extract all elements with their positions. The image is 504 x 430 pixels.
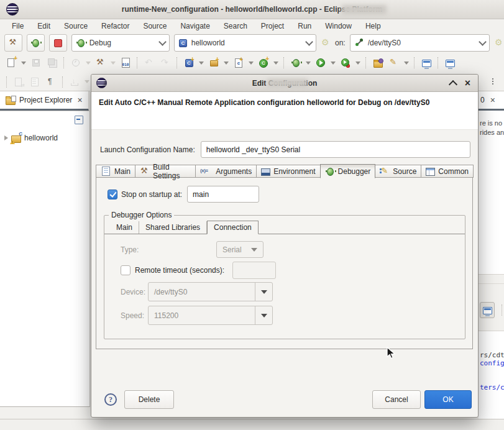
stop-on-startup-input[interactable] [187,186,259,203]
watch-button [68,55,84,70]
stop-on-startup-checkbox[interactable] [108,190,117,199]
menu-file[interactable]: File [5,21,30,32]
dropdown-arrow-icon[interactable] [404,62,409,65]
show-whitespace-button[interactable] [43,75,59,89]
cancel-button[interactable]: Cancel [372,390,421,409]
dropdown-arrow-icon[interactable] [21,62,26,65]
toolbar-separator [176,57,178,68]
collapse-all-icon[interactable] [75,116,83,124]
bug-icon [325,167,335,176]
build-button[interactable] [4,34,22,52]
mark-occurrences-button[interactable] [386,55,402,70]
tab-arguments[interactable]: Arguments [195,165,257,178]
open-element-icon [373,61,383,68]
debugger-tab-content: Stop on startup at: Debugger Options Mai… [96,177,473,349]
stop-button[interactable] [49,34,67,52]
launch-config-value: helloworld [191,39,303,47]
tab-debugger-main[interactable]: Main [110,221,139,234]
tree-item-helloworld[interactable]: helloworld [4,132,89,144]
menu-navigate[interactable]: Navigate [173,21,216,32]
tab-source[interactable]: Source [375,165,421,178]
redacted-title-area [342,5,387,14]
console-toolbar-button[interactable] [480,302,495,318]
device-dropdown-button[interactable] [255,283,272,301]
menu-project[interactable]: Project [254,21,291,32]
config-tab-bar: Main Build Settings Arguments Environmen… [96,164,473,178]
menu-window[interactable]: Window [318,21,359,32]
menu-search[interactable]: Search [217,21,254,32]
minimize-icon[interactable] [449,80,457,88]
remote-timeout-label: Remote timeout (seconds): [135,266,224,275]
close-icon[interactable]: × [465,80,470,86]
tab-main[interactable]: Main [96,165,135,178]
console-button[interactable] [418,55,434,70]
new-cpp-wizard-button[interactable] [206,55,222,70]
device-label: Device: [121,288,148,296]
dropdown-arrow-icon[interactable] [273,62,278,65]
launch-config-name-input[interactable] [201,141,470,158]
tab-project-explorer[interactable]: Project Explorer × [0,91,89,111]
on-label: on: [335,39,346,47]
ok-button[interactable]: OK [424,390,472,409]
overflow-button[interactable] [485,75,502,89]
help-icon[interactable] [104,393,117,406]
dropdown-arrow-icon[interactable] [306,62,311,65]
new-class-button[interactable] [255,55,272,70]
hammer-button[interactable] [93,55,109,70]
project-explorer-view: Project Explorer × helloworld [0,91,90,407]
menu-edit[interactable]: Edit [30,21,57,32]
profile-button[interactable] [337,55,354,70]
save-all-icon [47,58,57,68]
redo-button [157,55,173,70]
menu-help[interactable]: Help [359,21,388,32]
launch-mode-combo[interactable]: Debug [71,34,170,52]
menu-source[interactable]: Source [136,21,173,32]
tab-build-settings[interactable]: Build Settings [135,165,196,178]
tab-connection[interactable]: Connection [207,221,259,234]
menu-refactor[interactable]: Refactor [94,21,136,32]
remote-timeout-checkbox[interactable] [121,265,131,275]
eclipse-workbench: runtime-New_configuration - helloworld/h… [0,0,504,430]
close-icon[interactable]: × [77,95,82,105]
window-titlebar: runtime-New_configuration - helloworld/h… [0,0,504,19]
tab-environment[interactable]: Environment [256,165,320,178]
console-button[interactable] [442,55,458,70]
open-element-button[interactable] [370,55,386,70]
dropdown-arrow-icon[interactable] [224,62,229,65]
launch-toolbar: Debug helloworld on: /dev/ttyS0 [0,33,504,53]
editor-tab-fragment[interactable]: 0 × [479,91,504,111]
new-c-project-button[interactable] [181,55,197,70]
binary-file-button[interactable] [117,55,134,70]
bug-button[interactable] [288,55,304,70]
tab-common[interactable]: Common [421,165,474,178]
expand-arrow-icon[interactable] [4,135,8,140]
dropdown-arrow-icon[interactable] [355,62,360,65]
delete-button[interactable]: Delete [124,390,174,409]
close-icon[interactable]: × [490,95,495,105]
launch-target-combo[interactable]: /dev/ttyS0 [350,34,490,52]
profile-icon [341,58,351,68]
target-connection-icon [354,38,364,48]
toolbar-separator [438,57,439,68]
watch-icon [71,58,81,68]
dialog-titlebar[interactable]: Edit Configuration × [91,75,478,92]
dropdown-arrow-icon[interactable] [199,62,204,65]
tab-debugger[interactable]: Debugger [320,164,376,178]
run-icon [316,58,326,68]
speed-dropdown-button[interactable] [255,306,272,324]
new-wizard-button[interactable] [3,55,19,70]
dialog-body: Launch Configuration Name: Main Build Se… [91,130,478,417]
stop-icon [53,38,63,48]
tab-shared-libraries[interactable]: Shared Libraries [139,221,207,234]
run-button[interactable] [313,55,329,70]
new-c-file-button[interactable] [231,55,247,70]
dropdown-arrow-icon[interactable] [331,62,336,65]
console-icon [422,60,431,67]
dropdown-arrow-icon[interactable] [249,62,254,65]
c-file-icon [179,39,187,47]
menu-run[interactable]: Run [291,21,318,32]
toolbar-separator [137,57,138,68]
launch-config-combo[interactable]: helloworld [174,34,316,52]
debug-button[interactable] [27,34,45,52]
menu-source[interactable]: Source [57,21,94,32]
